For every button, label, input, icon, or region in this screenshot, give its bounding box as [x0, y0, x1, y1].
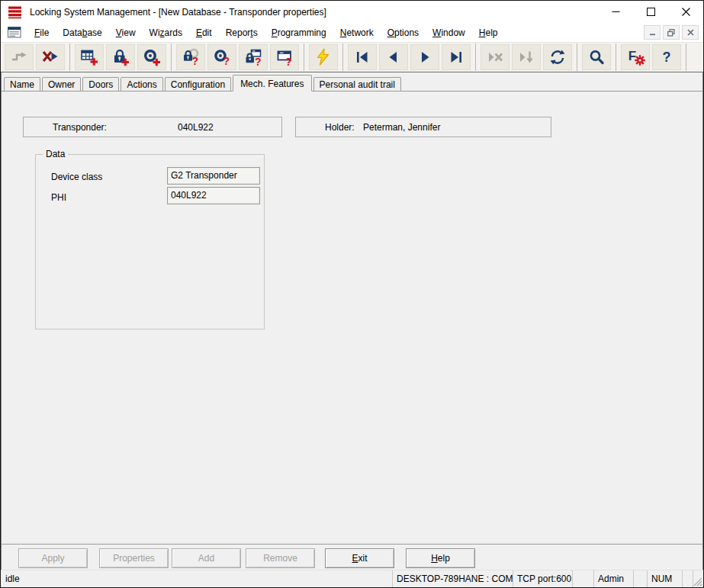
search-icon[interactable] [582, 44, 611, 70]
filter-settings-icon[interactable]: F [621, 44, 650, 70]
menu-network[interactable]: Network [333, 25, 381, 40]
holder-summary-box: Holder: Peterman, Jennifer [295, 117, 551, 137]
mdi-minimize-icon[interactable] [644, 25, 661, 40]
phi-field[interactable]: 040L922 [167, 187, 260, 204]
last-record-icon[interactable] [442, 44, 471, 70]
new-transponder-icon[interactable] [137, 44, 166, 70]
statusbar-empty-1 [572, 570, 593, 587]
help-icon[interactable]: ? [652, 44, 681, 70]
toolbar: ? ? ? ? [1, 42, 703, 72]
remove-button[interactable]: Remove [246, 548, 315, 568]
svg-text:?: ? [223, 55, 230, 66]
cancel-navigation-icon[interactable] [481, 44, 510, 70]
app-window: Locking System Management - [New Databas… [0, 0, 704, 588]
refresh-icon[interactable] [543, 44, 572, 70]
read-lock-remote-icon[interactable]: ? [239, 44, 268, 70]
statusbar-connection: DESKTOP-789HANE : COM(*) [392, 570, 513, 587]
exit-button[interactable]: Exit [325, 548, 394, 568]
holder-value: Peterman, Jennifer [363, 122, 440, 133]
tab-owner[interactable]: Owner [42, 77, 81, 91]
svg-text:?: ? [255, 56, 262, 67]
menu-help[interactable]: Help [472, 25, 505, 40]
transponder-label: Transponder: [53, 122, 107, 133]
gear-icon [634, 54, 646, 66]
connect-icon[interactable] [5, 44, 34, 70]
toolbar-separator [475, 43, 476, 71]
maximize-icon[interactable] [633, 1, 668, 23]
statusbar-numlock: NUM [647, 570, 682, 587]
menu-edit[interactable]: Edit [189, 25, 219, 40]
toolbar-separator [686, 43, 686, 71]
tab-doors[interactable]: Doors [82, 77, 119, 91]
tabstrip: Name Owner Doors Actions Configuration M… [2, 72, 702, 92]
mdi-close-icon[interactable] [682, 25, 699, 40]
menu-database[interactable]: Database [56, 25, 108, 40]
toolbar-separator [342, 43, 343, 71]
toolbar-separator [577, 43, 577, 71]
program-icon[interactable] [309, 44, 338, 70]
device-class-label: Device class [51, 172, 102, 182]
disconnect-icon[interactable] [36, 44, 65, 70]
toolbar-separator [304, 43, 304, 71]
tab-personal-audit-trail[interactable]: Personal audit trail [313, 77, 401, 91]
document-icon[interactable] [8, 27, 21, 38]
tab-configuration[interactable]: Configuration [165, 77, 231, 91]
menu-file[interactable]: File [27, 25, 56, 40]
new-locking-system-icon[interactable] [75, 44, 104, 70]
statusbar-panels: DESKTOP-789HANE : COM(*) TCP port:6001 A… [392, 570, 703, 587]
menu-view[interactable]: View [109, 25, 143, 40]
mech-features-page: Transponder: 040L922 Holder: Peterman, J… [2, 92, 702, 544]
menu-wizards[interactable]: Wizards [143, 25, 189, 40]
first-record-icon[interactable] [348, 44, 377, 70]
menu-options[interactable]: Options [381, 25, 426, 40]
transponder-value: 040L922 [178, 122, 214, 133]
menu-reports[interactable]: Reports [219, 25, 265, 40]
dialog-button-row: Apply Properties Add Remove Exit Help [2, 544, 702, 570]
mdi-window-controls [644, 25, 699, 40]
holder-label: Holder: [325, 122, 355, 133]
svg-text:?: ? [285, 56, 292, 67]
transponder-summary-box: Transponder: 040L922 [23, 117, 282, 137]
menubar: File Database View Wizards Edit Reports … [1, 23, 703, 42]
add-button[interactable]: Add [172, 548, 241, 568]
next-record-icon[interactable] [410, 44, 439, 70]
previous-record-icon[interactable] [379, 44, 408, 70]
tab-actions[interactable]: Actions [121, 77, 162, 91]
svg-text:?: ? [192, 55, 199, 66]
minimize-icon[interactable] [598, 1, 633, 23]
statusbar-empty-3 [682, 570, 693, 587]
transponder-properties-dialog: Name Owner Doors Actions Configuration M… [1, 72, 703, 570]
statusbar-tcp-port: TCP port:6001 [513, 570, 572, 587]
tab-name[interactable]: Name [4, 77, 40, 91]
read-lock-icon[interactable]: ? [176, 44, 205, 70]
window-title: Locking System Management - [New Databas… [30, 7, 326, 18]
phi-label: PHI [51, 192, 66, 203]
statusbar: idle DESKTOP-789HANE : COM(*) TCP port:6… [1, 570, 703, 587]
menu-programming[interactable]: Programming [265, 25, 333, 40]
device-class-field[interactable]: G2 Transponder [167, 167, 260, 185]
toolbar-separator [171, 43, 172, 71]
new-lock-icon[interactable] [106, 44, 135, 70]
read-transponder-icon[interactable]: ? [207, 44, 236, 70]
app-icon [8, 5, 23, 19]
statusbar-user: Admin [593, 570, 633, 587]
jump-to-record-icon[interactable] [512, 44, 541, 70]
resize-grip-icon[interactable] [693, 570, 703, 587]
mdi-restore-icon[interactable] [663, 25, 680, 40]
properties-button[interactable]: Properties [99, 548, 169, 568]
data-groupbox: Data Device class G2 Transponder PHI 040… [35, 154, 265, 329]
close-icon[interactable] [668, 1, 703, 23]
statusbar-empty-2 [633, 570, 647, 587]
read-network-device-icon[interactable]: ? [270, 44, 299, 70]
toolbar-separator [69, 43, 70, 71]
tab-mech-features[interactable]: Mech. Features [233, 75, 311, 92]
data-groupbox-title: Data [43, 149, 68, 159]
apply-button[interactable]: Apply [18, 548, 88, 568]
titlebar: Locking System Management - [New Databas… [1, 1, 703, 23]
menu-window[interactable]: Window [426, 25, 472, 40]
toolbar-separator [616, 43, 616, 71]
status-text: idle [1, 570, 20, 587]
help-button[interactable]: Help [406, 548, 475, 568]
